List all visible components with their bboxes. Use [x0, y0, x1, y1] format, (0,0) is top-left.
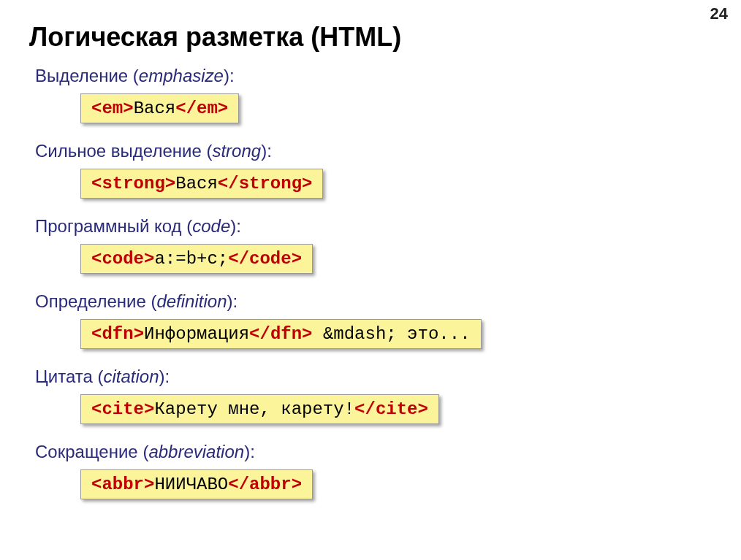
label-paren: ( [146, 291, 157, 311]
code-content: Карету мне, карету! [154, 399, 354, 419]
slide-container: 24 Логическая разметка (HTML) Выделение … [0, 0, 741, 560]
label-paren-close: ): [227, 291, 238, 311]
open-tag: abbr [102, 475, 144, 494]
page-number: 24 [710, 4, 728, 23]
label-ru: Программный код [35, 216, 182, 236]
code-content: Вася [175, 174, 218, 193]
code-example-abbr: <abbr>НИИЧАВО</abbr> [80, 469, 313, 499]
label-paren: ( [128, 66, 139, 85]
label-ru: Сокращение [35, 442, 138, 461]
label-paren-close: ): [159, 367, 170, 386]
close-tag: dfn [270, 324, 302, 344]
close-tag: strong [239, 174, 302, 193]
label-en: citation [103, 367, 159, 386]
label-en: emphasize [139, 66, 224, 85]
label-ru: Сильное выделение [35, 141, 202, 161]
code-example-em: <em>Вася</em> [80, 93, 239, 123]
label-paren-close: ): [224, 66, 235, 85]
open-tag: code [102, 249, 144, 269]
section-label-strong: Сильное выделение (strong): [35, 141, 712, 161]
open-tag: cite [102, 399, 144, 419]
close-tag: code [249, 249, 292, 269]
close-tag: abbr [249, 475, 292, 494]
label-paren: ( [182, 216, 193, 236]
close-tag: cite [376, 399, 418, 419]
code-example-dfn: <dfn>Информация</dfn> &mdash; это... [80, 319, 482, 349]
label-ru: Выделение [35, 66, 128, 85]
code-content: НИИЧАВО [154, 475, 228, 494]
label-en: code [192, 216, 230, 236]
label-ru: Цитата [35, 367, 93, 386]
code-content: a:=b+c; [154, 249, 228, 269]
section-label-code: Программный код (code): [35, 216, 712, 237]
label-paren: ( [93, 367, 104, 386]
label-paren-close: ): [230, 216, 241, 236]
code-content: Информация [144, 324, 249, 344]
label-en: abbreviation [148, 442, 244, 461]
label-paren: ( [138, 442, 149, 461]
close-tag: em [197, 99, 218, 118]
label-en: definition [156, 291, 227, 311]
open-tag: strong [102, 174, 164, 193]
section-label-emphasize: Выделение (emphasize): [35, 66, 712, 86]
label-paren-close: ): [244, 442, 255, 461]
code-example-cite: <cite>Карету мне, карету!</cite> [80, 394, 439, 424]
code-after: &mdash; это... [313, 324, 471, 344]
slide-title: Логическая разметка (HTML) [29, 22, 712, 53]
open-tag: em [102, 99, 123, 118]
label-en: strong [212, 141, 261, 161]
label-ru: Определение [35, 291, 146, 311]
label-paren: ( [202, 141, 213, 161]
section-label-citation: Цитата (citation): [35, 367, 712, 387]
code-content: Вася [134, 99, 176, 118]
code-example-code: <code>a:=b+c;</code> [80, 244, 313, 274]
label-paren-close: ): [261, 141, 272, 161]
section-label-definition: Определение (definition): [35, 291, 712, 312]
open-tag: dfn [102, 324, 133, 344]
code-example-strong: <strong>Вася</strong> [80, 169, 323, 199]
section-label-abbreviation: Сокращение (abbreviation): [35, 442, 712, 462]
